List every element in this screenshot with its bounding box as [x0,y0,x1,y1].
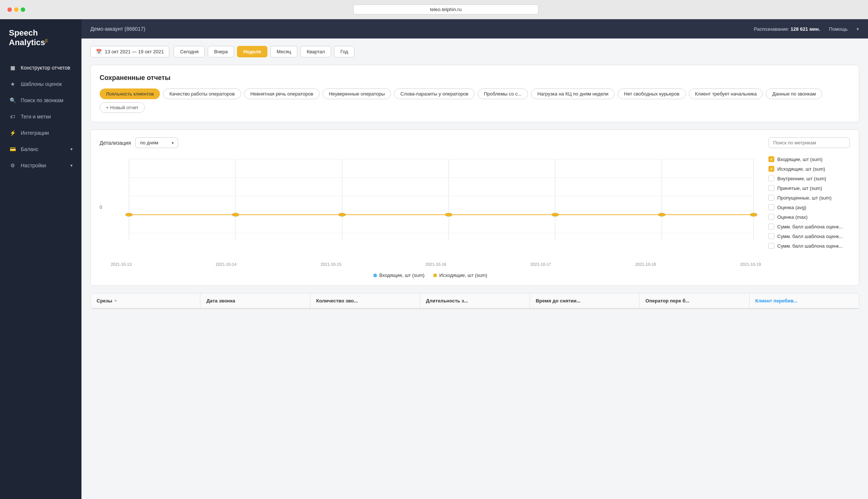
metric-checkbox[interactable] [768,233,774,239]
sort-icon[interactable]: ▼ [114,299,117,303]
chart-x-label: 2021-10-14 [216,262,236,267]
chart-x-label: 2021-10-15 [321,262,341,267]
table-column-header: Дата звонка [200,294,310,308]
sidebar-item-label: Шаблоны оценок [21,81,73,87]
svg-point-21 [338,213,346,217]
detalization-select[interactable]: по дням по часам по неделям [135,137,178,148]
sidebar-nav: ▦ Конструктор отчетов ★ Шаблоны оценок 🔍… [0,60,81,174]
metric-checkbox[interactable] [768,185,774,191]
chart-x-label: 2021-10-18 [635,262,656,267]
metric-checkbox[interactable] [768,243,774,249]
sidebar-item-label: Поиск по звонкам [21,97,73,103]
period-btn-week[interactable]: Неделя [237,46,267,57]
sidebar-item-balance[interactable]: 💳 Баланс ▾ [0,141,81,157]
date-range-button[interactable]: 📅 13 окт 2021 — 19 окт 2021 [90,46,169,57]
table-column-header: Длительность з... [420,294,530,308]
metric-checkbox[interactable] [768,214,774,220]
report-tag-calls_data[interactable]: Данные по звонкам [766,88,822,99]
metric-label: Сумм. балл шаблона оценк... [777,243,843,249]
chart-section: Детализация по дням по часам по неделям [90,130,859,286]
recognition-value: 128 621 мин. [791,26,820,32]
metric-label: Исходящие, шт (sum) [777,166,825,172]
sidebar-item-settings[interactable]: ⚙ Настройки ▾ [0,157,81,174]
report-tag-load[interactable]: Нагрузка на КЦ по дням недели [531,88,615,99]
chart-x-label: 2021-10-16 [425,262,446,267]
tag-icon: 🏷 [9,113,16,120]
address-bar[interactable]: teleo.telphin.ru [353,4,538,14]
table-column-label: Срезы [97,298,112,304]
chart-svg-wrap: 0 [100,155,761,259]
sidebar-item-label: Теги и метки [21,114,73,120]
minimize-dot[interactable] [14,7,19,12]
svg-point-23 [551,213,559,217]
table-column-header: Клиент перебив... [750,294,859,308]
sidebar-item-templates[interactable]: ★ Шаблоны оценок [0,76,81,92]
metric-checkbox[interactable] [768,224,774,230]
search-icon: 🔍 [9,97,16,104]
metric-item: Принятые, шт (sum) [768,184,850,192]
sidebar-item-integrations[interactable]: ⚡ Интеграции [0,125,81,141]
report-tag-quality[interactable]: Качество работы операторов [163,88,241,99]
metric-label: Сумм. балл шаблона оценк... [777,224,843,230]
period-btn-today[interactable]: Сегодня [174,46,205,57]
period-btn-yesterday[interactable]: Вчера [208,46,234,57]
date-range-text: 13 окт 2021 — 19 окт 2021 [105,49,164,54]
metric-checkbox[interactable] [768,175,774,181]
report-tag-problems[interactable]: Проблемы со с... [478,88,528,99]
sidebar-item-tags[interactable]: 🏷 Теги и метки [0,108,81,125]
metric-label: Оценка (max) [777,214,808,220]
table-column-header: Оператор пере б... [640,294,749,308]
help-button[interactable]: Помощь [829,26,848,32]
star-icon: ★ [9,80,16,88]
period-buttons: СегодняВчераНеделяМесяцКварталГод [174,46,354,57]
report-tag-uncertain[interactable]: Неуверенные операторы [323,88,391,99]
report-tag-unclear[interactable]: Невнятная речь операторов [244,88,320,99]
metric-checkbox[interactable] [768,166,774,172]
legend-color-dot [373,274,377,277]
detalization-select-wrap: по дням по часам по неделям [135,137,178,148]
chart-x-label: 2021-10-19 [740,262,761,267]
table-column-label[interactable]: Клиент перебив... [755,298,798,304]
table-column-header: Количество зво... [310,294,420,308]
report-tag-loyalty[interactable]: Лояльность клиентов [100,88,160,99]
metric-checkbox[interactable] [768,156,774,162]
topbar: Демо-аккаунт (868017) Распознавание: 128… [81,19,868,38]
sidebar-item-label: Конструктор отчетов [21,65,73,71]
plug-icon: ⚡ [9,129,16,137]
metric-label: Сумм. балл шаблона оценк... [777,234,843,239]
metrics-search-input[interactable] [768,137,850,148]
metric-item: Оценка (avg) [768,204,850,211]
metric-item: Сумм. балл шаблона оценк... [768,242,850,250]
metric-item: Сумм. балл шаблона оценк... [768,223,850,230]
chart-main: 0 [100,155,761,278]
table-column-label: Длительность з... [426,298,468,304]
table-column-label: Количество зво... [316,298,358,304]
chevron-down-icon: ▾ [70,147,73,152]
sidebar-item-search[interactable]: 🔍 Поиск по звонкам [0,92,81,108]
account-name: Демо-аккаунт (868017) [90,26,145,32]
chart-svg [100,155,761,248]
maximize-dot[interactable] [21,7,25,12]
report-tag-parasites[interactable]: Слова-паразиты у операторов [394,88,475,99]
date-bar: 📅 13 окт 2021 — 19 окт 2021 СегодняВчера… [90,46,859,57]
detalization-label: Детализация [100,140,131,146]
report-tag-couriers[interactable]: Нет свободных курьеров [618,88,686,99]
chart-area: 0 [100,155,850,278]
sidebar-item-constructor[interactable]: ▦ Конструктор отчетов [0,60,81,76]
page-content: 📅 13 окт 2021 — 19 окт 2021 СегодняВчера… [81,38,868,499]
period-btn-year[interactable]: Год [334,46,354,57]
topbar-chevron-icon[interactable]: ▾ [857,26,859,32]
report-tag-new[interactable]: + Новый отчет [100,102,145,113]
close-dot[interactable] [7,7,12,12]
report-tag-boss[interactable]: Клиент требует начальника [689,88,763,99]
period-btn-month[interactable]: Месяц [270,46,297,57]
table-column-header[interactable]: Срезы▼ [91,294,200,308]
metric-item: Пропущенные, шт (sum) [768,194,850,201]
topbar-right: Распознавание: 128 621 мин. Помощь ▾ [754,26,859,32]
period-btn-quarter[interactable]: Квартал [300,46,331,57]
legend-label: Входящие, шт (sum) [379,272,424,278]
legend-label: Исходящие, шт (sum) [439,272,487,278]
legend-item: Исходящие, шт (sum) [433,272,487,278]
metric-checkbox[interactable] [768,204,774,210]
metric-checkbox[interactable] [768,195,774,201]
